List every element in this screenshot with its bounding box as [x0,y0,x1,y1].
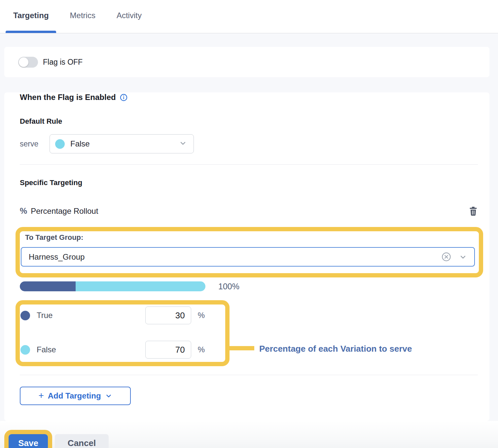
section-title: When the Flag is Enabled [20,93,116,102]
tab-label: Targeting [13,11,49,20]
specific-targeting-heading: Specific Targeting [20,178,478,187]
flag-state-card: Flag is OFF [4,47,489,77]
active-tab-underline [6,31,56,33]
tab-bar: Targeting Metrics Activity [0,0,498,33]
clear-selection-icon[interactable] [442,252,451,262]
plus-icon: + [38,390,44,401]
weight-input-false[interactable] [145,341,191,359]
target-group-value: Harness_Group [29,252,442,262]
target-group-label: To Target Group: [25,233,475,242]
action-bar: Save Cancel [0,421,498,448]
default-rule-row: serve False [20,134,478,153]
save-button-highlight: Save [4,430,52,448]
rollout-distribution-bar [20,281,205,291]
delete-rollout-button[interactable] [469,206,478,216]
main-content: Flag is OFF When the Flag is Enabled Def… [0,33,498,421]
rollout-total: 100% [218,282,239,291]
variation-name: True [37,311,145,320]
percent-icon: % [20,206,27,216]
chevron-down-icon [179,139,187,148]
tab-targeting[interactable]: Targeting [13,11,49,33]
default-rule-heading: Default Rule [20,117,478,126]
toggle-knob [19,57,28,67]
percent-sign: % [198,345,205,354]
annotation-connector [230,346,254,350]
info-icon[interactable] [120,94,127,101]
rollout-title: Percentage Rollout [31,207,98,216]
targeting-rules-card: When the Flag is Enabled Default Rule se… [4,92,489,421]
add-targeting-label: Add Targeting [48,391,101,400]
variation-row-true: True % [20,306,205,324]
variation-color-dot [20,345,30,355]
chevron-down-icon[interactable] [459,253,467,261]
selected-variation: False [70,139,179,148]
divider [20,375,478,375]
save-button[interactable]: Save [9,434,48,448]
rollout-distribution-row: 100% [20,281,478,291]
trash-icon [469,206,478,216]
default-variation-select[interactable]: False [50,134,194,153]
percent-sign: % [198,311,205,320]
bar-segment-false [76,281,205,291]
variation-color-dot [20,311,30,320]
tab-label: Metrics [70,11,95,20]
target-group-highlight: To Target Group: Harness_Group [16,227,483,277]
weight-input-true[interactable] [145,306,191,324]
chevron-down-icon [105,392,112,400]
flag-toggle[interactable] [18,57,38,68]
bar-segment-true [20,281,76,291]
feature-flag-targeting-page: Targeting Metrics Activity Flag is OFF W… [0,0,498,448]
annotation-text: Percentage of each Variation to serve [259,344,412,354]
add-targeting-button[interactable]: + Add Targeting [20,387,131,405]
serve-label: serve [20,140,50,148]
flag-state-label: Flag is OFF [43,58,83,67]
tab-metrics[interactable]: Metrics [70,11,95,33]
tab-activity[interactable]: Activity [117,11,142,33]
percentage-rollout-row: % Percentage Rollout [20,206,478,216]
enabled-section-heading: When the Flag is Enabled [20,92,478,102]
variation-weights-highlight: True % False % [16,300,230,366]
variation-name: False [37,345,145,354]
cancel-button[interactable]: Cancel [55,434,109,448]
tab-label: Activity [117,11,142,20]
variation-color-dot [55,139,65,149]
variation-row-false: False % [20,341,205,359]
target-group-select[interactable]: Harness_Group [21,247,475,267]
divider [20,164,478,165]
